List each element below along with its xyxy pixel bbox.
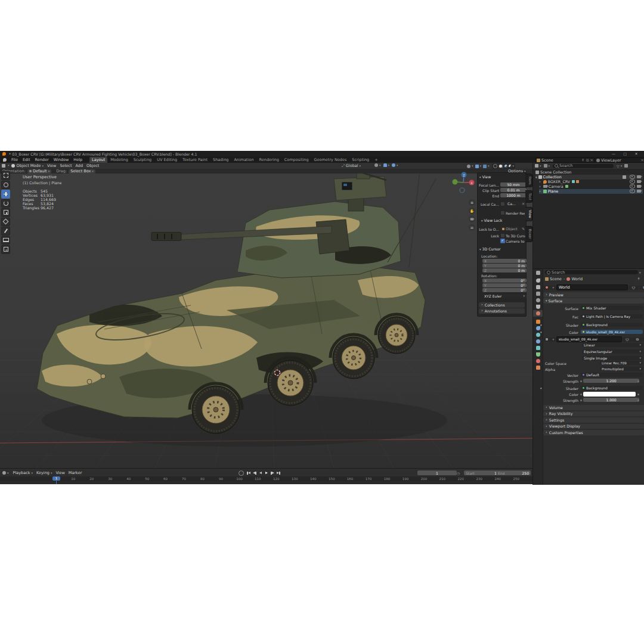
camera-visibility-icon[interactable] [637, 190, 641, 193]
camera-visibility-icon[interactable] [637, 180, 641, 183]
menu-object[interactable]: Object [85, 163, 101, 168]
collections-panel-header[interactable]: Collections [479, 302, 525, 308]
menu-select[interactable]: Select [58, 163, 73, 168]
timeline-track[interactable] [0, 481, 532, 485]
tool-add-cube[interactable]: + [1, 245, 10, 254]
tab-view-layer-icon[interactable] [536, 298, 540, 302]
close-button[interactable]: ✕ [632, 151, 640, 156]
cursor-rot-x[interactable]: X0° [482, 278, 527, 283]
render-region-checkbox[interactable] [500, 210, 505, 215]
playhead-frame-badge[interactable]: 1 [52, 476, 60, 481]
shader-socket-expand[interactable] [540, 323, 543, 327]
rendered-shading-icon[interactable] [509, 165, 512, 168]
lock-to-object-field[interactable]: Object✎ [500, 227, 527, 231]
pivot-point-icon[interactable] [374, 163, 378, 167]
properties-editor-icon[interactable] [536, 271, 540, 275]
filter-icon[interactable]: ▽ [617, 164, 620, 168]
tab-physics-icon[interactable] [536, 339, 540, 343]
tab-sculpting[interactable]: Sculpting [131, 157, 154, 163]
jump-to-start-button[interactable] [246, 470, 252, 475]
cursor-rot-y[interactable]: Y0° [482, 283, 527, 287]
tab-add-workspace[interactable]: + [372, 157, 380, 163]
outliner-row-scene-collection[interactable]: Scene Collection [535, 170, 571, 175]
decorator-dot[interactable] [580, 394, 582, 395]
timeline-view-menu[interactable]: View [54, 470, 66, 475]
menu-render[interactable]: Render [32, 157, 51, 162]
source-dropdown[interactable]: Single Image [582, 356, 643, 360]
tab-modeling[interactable]: Modeling [108, 157, 131, 163]
cursor-loc-z[interactable]: Z0 m [482, 268, 527, 273]
world-name-field[interactable]: World [556, 284, 628, 290]
alpha-dropdown[interactable]: Premultiplied [600, 367, 643, 371]
menu-help[interactable]: Help [71, 157, 85, 162]
eyedropper-icon[interactable]: ✎ [522, 227, 525, 231]
decorator-dot[interactable] [637, 380, 639, 382]
camera-visibility-icon[interactable] [637, 175, 641, 178]
eye-icon[interactable] [630, 175, 635, 179]
decorator-dot[interactable] [637, 394, 639, 395]
viewport-display-panel-header[interactable]: Viewport Display [543, 424, 644, 429]
tab-uv-editing[interactable]: UV Editing [154, 157, 179, 163]
editor-type-icon[interactable] [2, 164, 5, 168]
shader2-socket-expand[interactable] [540, 386, 543, 391]
overlays-toggle-icon[interactable] [475, 165, 479, 168]
minimize-button[interactable]: — [609, 151, 618, 156]
interpolation-dropdown[interactable]: Linear [582, 343, 643, 347]
decorator-dot[interactable] [580, 380, 582, 382]
vector-field[interactable]: Default [581, 373, 643, 377]
eye-icon[interactable] [630, 189, 635, 193]
tab-particles-icon[interactable] [536, 333, 540, 337]
local-camera-checkbox[interactable] [500, 202, 505, 206]
tool-annotate[interactable] [1, 227, 10, 236]
image-copy-button[interactable]: ⧉ [633, 338, 642, 342]
shader-value-field[interactable]: Background [581, 323, 643, 327]
frame-end-field[interactable]: End250 [496, 470, 531, 475]
pin-icon[interactable]: 🖈 [637, 277, 641, 281]
eye-icon[interactable] [630, 179, 635, 184]
tool-rotate[interactable] [1, 199, 10, 208]
clip-start-field[interactable]: 0.01 m [500, 188, 527, 192]
tab-layout[interactable]: Layout [89, 157, 107, 163]
auto-keyframe-icon[interactable] [239, 470, 244, 476]
surface-panel-header[interactable]: Surface [543, 298, 644, 304]
clip-end-field[interactable]: 1000 m [500, 193, 527, 197]
app-menu-icon[interactable] [3, 158, 7, 162]
camera-view-icon[interactable] [469, 216, 475, 222]
keying-set-icon[interactable]: ◷ [457, 471, 460, 475]
perspective-toggle-icon[interactable]: ⊞ [469, 224, 475, 231]
decorator-dot[interactable] [580, 400, 582, 401]
outliner-row-collection[interactable]: Collection [535, 175, 643, 179]
tool-move[interactable] [1, 190, 10, 199]
tab-scripting[interactable]: Scripting [349, 157, 371, 163]
snap-magnet-icon[interactable] [383, 163, 387, 167]
decorator-dot[interactable] [637, 400, 639, 401]
outliner-search-input[interactable]: Search [553, 164, 614, 168]
tab-shading[interactable]: Shading [210, 157, 231, 163]
fac-value-field[interactable]: Light Path | Is Camera Ray [581, 314, 643, 318]
cursor-loc-y[interactable]: Y0 m [482, 264, 527, 268]
orientation-dropdown[interactable]: Default [27, 169, 51, 174]
outliner-row-plane[interactable]: Plane [539, 189, 643, 194]
image-browse-button[interactable] [544, 338, 556, 342]
new-copy-button[interactable]: ⧉ [639, 286, 644, 290]
maximize-button[interactable]: ▢ [621, 151, 629, 156]
transform-orientation[interactable]: ⤢ Global [342, 163, 361, 168]
properties-search-input[interactable]: Search [545, 270, 638, 274]
prev-keyframe-button[interactable] [252, 470, 258, 475]
local-camera-field[interactable]: Ca...✕ [506, 202, 527, 206]
npanel-tab-item[interactable]: Item [525, 174, 532, 187]
zoom-view-icon[interactable]: ⊕ [469, 199, 475, 206]
tool-cursor[interactable] [1, 181, 10, 190]
world-browse-button[interactable] [544, 286, 556, 290]
mode-selector[interactable]: Object Mode [15, 163, 45, 168]
tab-tool-icon[interactable] [536, 278, 540, 283]
tab-output-icon[interactable] [536, 292, 540, 296]
timeline-marker-menu[interactable]: Marker [67, 470, 83, 475]
npanel-tab-view[interactable]: View [525, 207, 532, 221]
image-fake-user-button[interactable]: 🛡 [623, 338, 632, 342]
tab-rendering[interactable]: Rendering [257, 157, 281, 163]
next-keyframe-button[interactable] [270, 470, 275, 475]
tab-object-icon[interactable] [536, 320, 540, 324]
tab-material-icon[interactable] [536, 359, 540, 363]
tab-scene-icon[interactable] [536, 305, 540, 309]
